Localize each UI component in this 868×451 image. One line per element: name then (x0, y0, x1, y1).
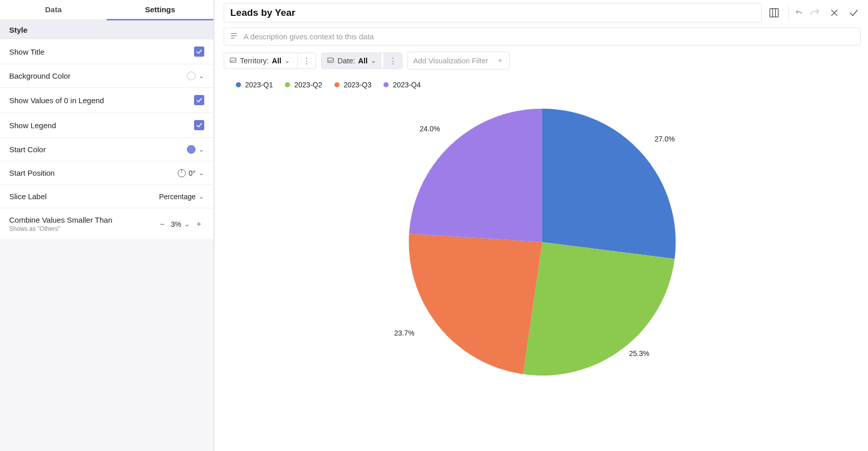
svg-rect-0 (770, 9, 779, 17)
row-show-zero: Show Values of 0 in Legend (0, 88, 213, 113)
slice-label-q1: 27.0% (655, 135, 675, 143)
filter-territory[interactable]: Territory: All ⌄ ⋮ (224, 53, 316, 69)
chevron-down-icon: ⌄ (284, 57, 290, 64)
legend-dot-icon (334, 82, 340, 87)
start-color-swatch[interactable] (187, 145, 196, 154)
add-filter-button[interactable]: Add Visualization Filter ＋ (407, 52, 510, 69)
funnel-chart-icon (327, 57, 334, 64)
filter-date-menu[interactable]: ⋮ (383, 53, 402, 68)
show-zero-checkbox[interactable] (194, 95, 204, 105)
legend-dot-icon (285, 82, 290, 87)
row-start-color: Start Color ⌄ (0, 138, 213, 161)
filter-date-value: All (358, 57, 368, 65)
legend-dot-icon (236, 82, 241, 87)
chevron-down-icon: ⌄ (371, 57, 376, 64)
slice-label-value: Percentage (159, 193, 196, 201)
tab-settings[interactable]: Settings (107, 0, 213, 20)
description-placeholder: A description gives context to this data (244, 32, 374, 41)
redo-icon[interactable] (808, 6, 822, 20)
legend-label: 2023-Q4 (393, 81, 420, 89)
table-view-icon[interactable] (767, 6, 781, 20)
section-style-header: Style (0, 20, 213, 39)
filter-territory-label: Territory: (240, 57, 269, 65)
pie-slice[interactable] (409, 234, 542, 374)
pie-chart (399, 99, 685, 385)
row-show-legend: Show Legend (0, 113, 213, 138)
show-title-checkbox[interactable] (194, 46, 204, 57)
add-filter-label: Add Visualization Filter (413, 57, 488, 65)
chart-area: 27.0% 25.3% 23.7% 24.0% (224, 94, 861, 451)
start-color-label: Start Color (9, 145, 46, 154)
row-show-title: Show Title (0, 39, 213, 64)
filter-bar: Territory: All ⌄ ⋮ Date: All ⌄ ⋮ Add Vis… (224, 52, 861, 69)
plus-icon[interactable]: ＋ (193, 219, 204, 229)
combine-sublabel: Shows as "Others" (9, 225, 112, 232)
undo-icon[interactable] (788, 6, 803, 20)
chart-legend: 2023-Q1 2023-Q2 2023-Q3 2023-Q4 (224, 69, 861, 94)
row-start-position: Start Position 0° ⌄ (0, 161, 213, 185)
slice-label-q3: 23.7% (394, 329, 415, 337)
show-legend-label: Show Legend (9, 121, 56, 130)
filter-date-label: Date: (337, 57, 355, 65)
legend-item-q1[interactable]: 2023-Q1 (236, 81, 273, 89)
chevron-down-icon[interactable]: ⌄ (184, 220, 190, 228)
confirm-icon[interactable] (847, 6, 861, 20)
settings-sidebar: Data Settings Style Show Title Backgroun… (0, 0, 214, 451)
chart-title-input[interactable] (224, 3, 762, 22)
show-zero-label: Show Values of 0 in Legend (9, 96, 104, 105)
title-bar (224, 3, 861, 22)
legend-label: 2023-Q1 (245, 81, 273, 89)
combine-value: 3% (171, 220, 181, 228)
main-panel: A description gives context to this data… (214, 0, 868, 451)
filter-date[interactable]: Date: All ⌄ ⋮ (321, 53, 402, 69)
sidebar-tabs: Data Settings (0, 0, 213, 20)
slice-label-label: Slice Label (9, 192, 46, 201)
close-icon[interactable] (827, 6, 841, 20)
show-legend-checkbox[interactable] (194, 120, 204, 130)
chevron-down-icon[interactable]: ⌄ (199, 146, 204, 153)
background-color-swatch[interactable] (187, 72, 196, 80)
legend-dot-icon (383, 82, 389, 87)
row-slice-label: Slice Label Percentage ⌄ (0, 185, 213, 208)
tab-data[interactable]: Data (0, 0, 107, 20)
clock-icon (178, 169, 186, 177)
description-icon (229, 31, 238, 42)
funnel-chart-icon (229, 57, 237, 64)
slice-label-q2: 25.3% (629, 349, 649, 358)
pie-slice[interactable] (523, 242, 674, 375)
legend-item-q2[interactable]: 2023-Q2 (285, 81, 322, 89)
chevron-down-icon[interactable]: ⌄ (199, 72, 204, 80)
filter-territory-value: All (272, 57, 281, 65)
filter-territory-menu[interactable]: ⋮ (297, 53, 316, 68)
chevron-down-icon[interactable]: ⌄ (199, 169, 204, 177)
row-combine-values: Combine Values Smaller Than Shows as "Ot… (0, 208, 213, 240)
combine-label: Combine Values Smaller Than (9, 216, 112, 224)
show-title-label: Show Title (9, 48, 44, 56)
description-bar[interactable]: A description gives context to this data (224, 28, 861, 45)
legend-label: 2023-Q3 (344, 81, 371, 89)
legend-item-q3[interactable]: 2023-Q3 (334, 81, 371, 89)
legend-item-q4[interactable]: 2023-Q4 (383, 81, 420, 89)
legend-label: 2023-Q2 (294, 81, 322, 89)
pie-slice[interactable] (542, 109, 676, 259)
slice-label-q4: 24.0% (420, 125, 440, 133)
plus-icon: ＋ (496, 56, 504, 65)
row-background-color: Background Color ⌄ (0, 64, 213, 88)
background-color-label: Background Color (9, 72, 70, 80)
start-position-value: 0° (189, 169, 196, 177)
minus-icon[interactable]: − (157, 220, 168, 228)
chevron-down-icon[interactable]: ⌄ (199, 193, 204, 200)
start-position-label: Start Position (9, 169, 55, 177)
